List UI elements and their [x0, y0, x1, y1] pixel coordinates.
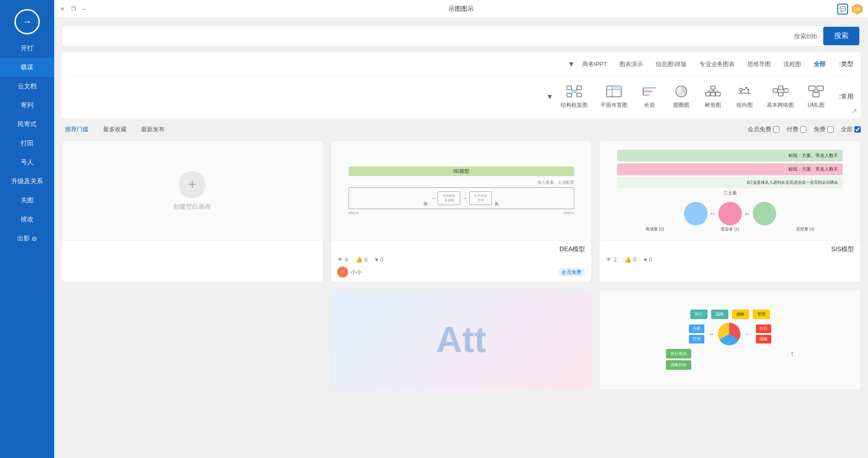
category-filter-label: 常用: [839, 93, 854, 101]
sidebar-item-settings[interactable]: 关图 [0, 191, 54, 210]
category-flat2-label: 平面布置图 [600, 101, 627, 109]
card-sis[interactable]: 标纸：方案、常名人数不 标纸：方案、常名人数不 3订业意体从入进到从业完进业说一… [599, 141, 861, 282]
content-area: 搜索 类型: 全部 流程图 思维导图 专业业务图表 信息图\排版 图表演示 商务… [54, 18, 868, 458]
sidebar-item-open[interactable]: 开打 [0, 39, 54, 58]
org-arrow-up: ↑ [790, 349, 794, 358]
filter-tab-biz[interactable]: 专业业务图表 [693, 57, 741, 71]
sort-bar: 全部 免费 付费 会员免费 最新发 [61, 124, 861, 135]
right-sidebar: → 开打 载谋 云文档 寄列 民寄式 打田 号人 升级及关系 关图 彼改 ⊖ 出… [0, 0, 54, 458]
dea-content: 3E模型 投入要素、人员配置 输入 生产作业管理 → 专利发明及成果 → [344, 162, 579, 219]
filter-tab-mind[interactable]: 思维导图 [741, 57, 777, 71]
svg-rect-37 [643, 91, 652, 92]
filter-tab-flow[interactable]: 流程图 [777, 57, 807, 71]
sidebar-item-upgrade[interactable]: 升级及关系 [0, 172, 54, 191]
category-filter-collapse[interactable]: ▼ [545, 92, 554, 101]
chat-icon[interactable]: 💬 [837, 4, 848, 14]
card-dea-stats: 👁 4 👍 0 ♥ 0 [337, 256, 585, 263]
arrow-left2: ← [709, 210, 717, 218]
close-button[interactable]: ✕ [59, 5, 66, 13]
filter-tab-info[interactable]: 信息图\排版 [649, 57, 693, 71]
sidebar-item-template[interactable]: 民寄式 [0, 115, 54, 134]
flat-icon [736, 84, 754, 99]
checkbox-free[interactable]: 免费 [814, 125, 834, 134]
card-org-thumbnail: 管理 战略 战略 执行 执行 战略 ← → [599, 290, 860, 390]
sort-recommend[interactable]: 推荐门槛 [61, 124, 92, 135]
checkbox-member[interactable]: 会员免费 [748, 125, 779, 134]
category-basic-net[interactable]: 基本网络图 [760, 81, 800, 113]
stat-views: 👁 2 [606, 256, 617, 263]
svg-point-16 [745, 87, 747, 89]
author-avatar: 小 [337, 267, 348, 277]
org-left-col: 执行 战略 [756, 324, 771, 344]
svg-rect-25 [716, 92, 720, 96]
card-dea-badge: 会员免费 [558, 268, 585, 277]
type-filter-tabs: 全部 流程图 思维导图 专业业务图表 信息图\排版 图表演示 商务\PPT [576, 57, 832, 71]
sort-new[interactable]: 最新发布 [137, 124, 168, 135]
category-direction[interactable]: 长箭 [634, 81, 665, 113]
category-uml[interactable]: UML图 [800, 81, 832, 113]
logout-label: 出影 [17, 234, 30, 243]
org-box-orange1: 管理 [753, 310, 770, 319]
card-att[interactable]: Att [330, 290, 592, 390]
org-box-teal1: 战略 [711, 310, 728, 319]
sidebar-item-recent[interactable]: 寄列 [0, 96, 54, 115]
org-green1: 执行规划 [666, 349, 691, 358]
card-org[interactable]: 管理 战略 战略 执行 执行 战略 ← → [599, 290, 861, 390]
filter-tab-presentation[interactable]: 图表演示 [613, 57, 649, 71]
sidebar-item-logout[interactable]: ⊖ 出影 [0, 229, 54, 248]
checkbox-pay[interactable]: 付费 [787, 125, 807, 134]
type-filter-collapse[interactable]: ▼ [567, 60, 576, 69]
card-dea[interactable]: 3E模型 投入要素、人员配置 输入 生产作业管理 → 专利发明及成果 → [330, 141, 592, 282]
sidebar-arrow-button[interactable]: → [14, 9, 40, 34]
filter-tab-ppt[interactable]: 商务\PPT [576, 57, 613, 71]
org-red-box2: 战略 [756, 335, 771, 344]
category-circle[interactable]: 圆圈图 [665, 81, 697, 113]
search-button[interactable]: 搜索 [823, 27, 859, 45]
restore-button[interactable]: ❐ [70, 5, 77, 13]
type-filter-row: 类型: 全部 流程图 思维导图 专业业务图表 信息图\排版 图表演示 商务\PP… [69, 57, 854, 71]
category-tree[interactable]: 树形图 [697, 81, 729, 113]
svg-rect-47 [572, 90, 576, 93]
minimize-button[interactable]: ─ [80, 5, 88, 13]
checkbox-member-label: 会员免费 [748, 125, 771, 134]
views-count2: 4 [345, 256, 348, 263]
svg-rect-22 [711, 86, 715, 89]
org-top-row: 管理 战略 战略 执行 [616, 310, 844, 319]
struct-icon [565, 84, 583, 99]
category-flat[interactable]: 组向图 [729, 81, 760, 113]
create-blank: + 创建空白画布 [173, 141, 211, 241]
search-input[interactable] [62, 28, 822, 44]
org-bottom-boxes: 执行规划 战略目标 [666, 349, 691, 370]
likes-count2: 0 [364, 256, 368, 263]
app-logo: DA [851, 3, 863, 15]
sidebar-item-member[interactable]: 打田 [0, 134, 54, 153]
svg-rect-45 [567, 93, 571, 97]
org-blue-box1: 分析 [689, 324, 704, 333]
arrow-left1: ← [744, 210, 751, 218]
category-flat2[interactable]: 平面布置图 [594, 81, 634, 113]
category-basic-net-label: 基本网络图 [767, 101, 794, 109]
category-struct[interactable]: 结构框架图 [554, 81, 594, 113]
sidebar-item-person[interactable]: 号人 [0, 153, 54, 172]
sort-popular[interactable]: 最多收藏 [99, 124, 130, 135]
att-text: Att [436, 319, 486, 361]
card-dea-thumbnail: 3E模型 投入要素、人员配置 输入 生产作业管理 → 专利发明及成果 → [331, 141, 592, 241]
org-circle [718, 323, 741, 345]
org-mid: 执行 战略 ← → 分析 管理 [616, 323, 844, 345]
sidebar-item-download[interactable]: 载谋 [0, 58, 54, 77]
svg-rect-4 [813, 92, 819, 97]
hearts-count: 0 [649, 256, 652, 263]
org-blue-box2: 管理 [689, 335, 704, 344]
svg-rect-23 [706, 92, 710, 96]
filter-tab-all[interactable]: 全部 [807, 57, 832, 71]
flat2-icon [605, 84, 623, 99]
sidebar-item-cloud[interactable]: 云文档 [0, 77, 54, 96]
card-empty[interactable]: + 创建空白画布 [61, 141, 323, 282]
row-pink: 标纸：方案、常名人数不 [617, 163, 843, 175]
expand-icon[interactable]: ↗ [852, 107, 857, 114]
search-bar: 搜索 [61, 25, 861, 47]
sidebar-item-feedback[interactable]: 彼改 [0, 210, 54, 229]
checkbox-all[interactable]: 全部 [841, 125, 861, 134]
flow-box2: 专利发明及成果 [438, 191, 460, 205]
circle-icon [672, 84, 690, 99]
